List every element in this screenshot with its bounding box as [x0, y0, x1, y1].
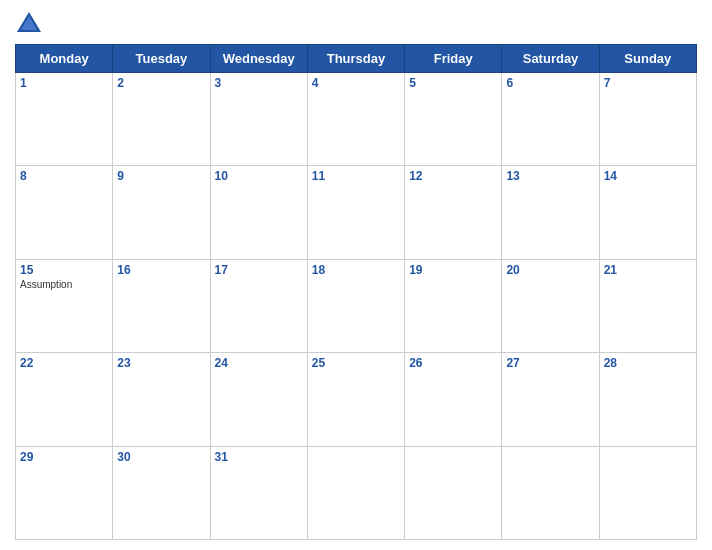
- calendar-cell: 11: [307, 166, 404, 259]
- calendar-cell: 7: [599, 73, 696, 166]
- calendar-cell: 16: [113, 259, 210, 352]
- calendar-header: [15, 10, 697, 38]
- calendar-cell: 23: [113, 353, 210, 446]
- calendar-cell: 12: [405, 166, 502, 259]
- calendar-cell: 28: [599, 353, 696, 446]
- holiday-label: Assumption: [20, 279, 108, 290]
- day-number: 15: [20, 263, 108, 277]
- day-number: 13: [506, 169, 594, 183]
- day-number: 1: [20, 76, 108, 90]
- day-number: 24: [215, 356, 303, 370]
- day-number: 27: [506, 356, 594, 370]
- day-number: 8: [20, 169, 108, 183]
- weekday-header-monday: Monday: [16, 45, 113, 73]
- calendar-week-row: 891011121314: [16, 166, 697, 259]
- day-number: 11: [312, 169, 400, 183]
- day-number: 16: [117, 263, 205, 277]
- day-number: 20: [506, 263, 594, 277]
- calendar-cell: 19: [405, 259, 502, 352]
- calendar-cell: [405, 446, 502, 539]
- logo: [15, 10, 47, 38]
- day-number: 29: [20, 450, 108, 464]
- calendar-cell: 31: [210, 446, 307, 539]
- day-number: 6: [506, 76, 594, 90]
- calendar-cell: 6: [502, 73, 599, 166]
- weekday-header-tuesday: Tuesday: [113, 45, 210, 73]
- calendar-cell: 13: [502, 166, 599, 259]
- calendar-cell: 26: [405, 353, 502, 446]
- calendar-cell: 8: [16, 166, 113, 259]
- calendar-cell: [502, 446, 599, 539]
- calendar-cell: [599, 446, 696, 539]
- calendar-cell: 24: [210, 353, 307, 446]
- calendar-cell: 9: [113, 166, 210, 259]
- calendar-week-row: 1234567: [16, 73, 697, 166]
- day-number: 26: [409, 356, 497, 370]
- weekday-header-wednesday: Wednesday: [210, 45, 307, 73]
- calendar-cell: 4: [307, 73, 404, 166]
- calendar-week-row: 293031: [16, 446, 697, 539]
- day-number: 2: [117, 76, 205, 90]
- calendar-cell: 30: [113, 446, 210, 539]
- calendar-cell: 21: [599, 259, 696, 352]
- day-number: 4: [312, 76, 400, 90]
- weekday-header-saturday: Saturday: [502, 45, 599, 73]
- calendar-cell: 18: [307, 259, 404, 352]
- day-number: 5: [409, 76, 497, 90]
- calendar-cell: 3: [210, 73, 307, 166]
- weekday-header-thursday: Thursday: [307, 45, 404, 73]
- calendar-cell: 22: [16, 353, 113, 446]
- day-number: 23: [117, 356, 205, 370]
- day-number: 12: [409, 169, 497, 183]
- calendar-cell: 14: [599, 166, 696, 259]
- calendar-body: 123456789101112131415Assumption161718192…: [16, 73, 697, 540]
- day-number: 17: [215, 263, 303, 277]
- day-number: 22: [20, 356, 108, 370]
- day-number: 14: [604, 169, 692, 183]
- day-number: 10: [215, 169, 303, 183]
- logo-icon: [15, 10, 43, 38]
- weekday-header-friday: Friday: [405, 45, 502, 73]
- calendar-cell: 27: [502, 353, 599, 446]
- calendar-week-row: 15Assumption161718192021: [16, 259, 697, 352]
- weekday-header-row: MondayTuesdayWednesdayThursdayFridaySatu…: [16, 45, 697, 73]
- day-number: 28: [604, 356, 692, 370]
- calendar-table: MondayTuesdayWednesdayThursdayFridaySatu…: [15, 44, 697, 540]
- calendar-cell: 29: [16, 446, 113, 539]
- day-number: 7: [604, 76, 692, 90]
- day-number: 18: [312, 263, 400, 277]
- calendar-cell: 15Assumption: [16, 259, 113, 352]
- calendar-cell: 1: [16, 73, 113, 166]
- calendar-cell: 2: [113, 73, 210, 166]
- calendar-cell: 10: [210, 166, 307, 259]
- day-number: 30: [117, 450, 205, 464]
- calendar-cell: 20: [502, 259, 599, 352]
- day-number: 25: [312, 356, 400, 370]
- day-number: 21: [604, 263, 692, 277]
- day-number: 19: [409, 263, 497, 277]
- calendar-cell: 17: [210, 259, 307, 352]
- calendar-cell: 25: [307, 353, 404, 446]
- calendar-thead: MondayTuesdayWednesdayThursdayFridaySatu…: [16, 45, 697, 73]
- day-number: 3: [215, 76, 303, 90]
- calendar-cell: [307, 446, 404, 539]
- day-number: 9: [117, 169, 205, 183]
- weekday-header-sunday: Sunday: [599, 45, 696, 73]
- calendar-cell: 5: [405, 73, 502, 166]
- calendar-week-row: 22232425262728: [16, 353, 697, 446]
- day-number: 31: [215, 450, 303, 464]
